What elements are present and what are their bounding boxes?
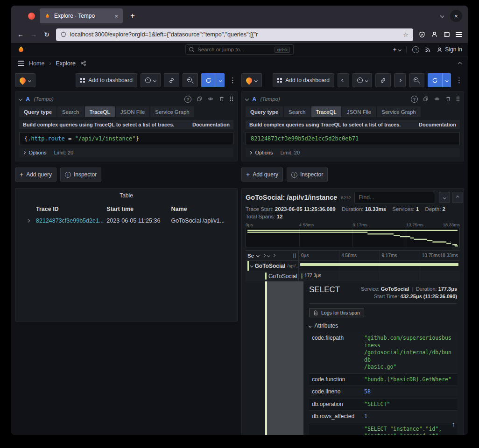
forward-icon[interactable]: → xyxy=(30,31,37,38)
drag-handle-icon[interactable] xyxy=(456,96,460,102)
move-right-button[interactable] xyxy=(394,73,406,87)
span-bar[interactable] xyxy=(301,273,303,279)
scroll-to-top-button[interactable]: ↑ xyxy=(452,420,456,428)
tab-close-icon[interactable]: × xyxy=(114,13,118,20)
run-interval-caret[interactable] xyxy=(216,73,225,87)
col-trace-id[interactable]: Trace ID xyxy=(36,206,106,212)
datasource-picker[interactable] xyxy=(241,73,262,87)
next-match-button[interactable] xyxy=(439,192,450,203)
add-to-dashboard-button[interactable]: Add to dashboard xyxy=(273,73,334,87)
prev-match-button[interactable] xyxy=(452,192,463,203)
pane-kebab-icon[interactable]: ⋮ xyxy=(454,76,464,84)
collapse-all-icon[interactable] xyxy=(267,254,270,257)
shield-icon[interactable] xyxy=(61,32,66,37)
traceql-editor[interactable]: {.http.route = "/api/v1/instance"} xyxy=(19,132,233,145)
new-tab-button[interactable]: + xyxy=(127,11,138,21)
options-row[interactable]: Options Limit: 20 xyxy=(246,148,460,157)
reload-icon[interactable]: ↻ xyxy=(43,31,50,38)
zoom-out-button[interactable] xyxy=(409,73,424,87)
inspector-button[interactable]: i Inspector xyxy=(287,168,328,182)
search-input[interactable] xyxy=(197,46,272,53)
col-name[interactable]: Name xyxy=(171,206,232,212)
query-help-icon[interactable]: ? xyxy=(184,96,191,103)
account-icon[interactable] xyxy=(431,31,438,38)
news-rss-icon[interactable] xyxy=(425,47,431,53)
collapse-section-icon[interactable] xyxy=(458,60,461,67)
hide-response-eye-icon[interactable] xyxy=(434,96,440,102)
tab-service-graph[interactable]: Service Graph xyxy=(150,106,194,117)
profile-icon[interactable] xyxy=(28,13,35,20)
query-help-icon[interactable]: ? xyxy=(411,96,418,103)
find-input[interactable] xyxy=(354,192,435,203)
new-menu-button[interactable]: + xyxy=(393,46,401,53)
time-range-button[interactable] xyxy=(141,73,161,87)
copy-icon[interactable] xyxy=(197,96,202,102)
query-ref-id[interactable]: A xyxy=(26,96,30,103)
grafana-logo[interactable] xyxy=(17,45,25,54)
sidebar-icon[interactable] xyxy=(444,31,450,38)
tab-json-file[interactable]: JSON File xyxy=(116,106,149,117)
options-row[interactable]: Options Limit: 20 xyxy=(19,148,233,157)
datasource-picker[interactable] xyxy=(15,73,35,87)
shield-badge-icon[interactable] xyxy=(419,31,425,38)
chevron-down-icon[interactable] xyxy=(256,254,259,257)
tab-traceql[interactable]: TraceQL xyxy=(311,106,341,117)
list-tabs-icon[interactable] xyxy=(440,14,444,18)
add-query-button[interactable]: + Add query xyxy=(15,168,56,182)
back-icon[interactable]: ← xyxy=(17,31,24,38)
expand-all-icon[interactable] xyxy=(272,254,275,257)
mega-menu-icon[interactable] xyxy=(18,60,24,67)
global-search[interactable]: ctrl+k xyxy=(185,44,294,55)
column-resize-handle[interactable]: || xyxy=(293,253,296,258)
span-row-root[interactable]: GoToSocial /api/... xyxy=(246,261,460,271)
run-query-icon[interactable] xyxy=(428,73,442,87)
trace-minimap[interactable] xyxy=(246,228,460,247)
span-bar[interactable] xyxy=(300,263,458,266)
add-to-dashboard-button[interactable]: Add to dashboard xyxy=(76,73,137,87)
breadcrumb-home[interactable]: Home xyxy=(29,60,44,67)
browser-tab[interactable]: Explore - Tempo × xyxy=(40,8,123,23)
trash-icon[interactable] xyxy=(445,96,451,102)
move-left-button[interactable] xyxy=(338,73,349,87)
time-range-button[interactable] xyxy=(352,73,373,87)
run-query-button[interactable] xyxy=(201,73,225,87)
bookmark-star-icon[interactable]: ☆ xyxy=(403,31,409,38)
zoom-out-button[interactable] xyxy=(183,73,198,87)
col-start-time[interactable]: Start time xyxy=(106,206,171,212)
logs-for-span-button[interactable]: Logs for this span xyxy=(309,308,364,317)
drag-handle-icon[interactable] xyxy=(230,96,233,102)
collapse-span-icon[interactable] xyxy=(250,264,253,267)
share-icon[interactable] xyxy=(80,60,86,66)
add-query-button[interactable]: + Add query xyxy=(241,168,283,182)
table-row[interactable]: 82124873cf3e99b5d2e1... 2023-06-05 11:25… xyxy=(20,215,232,227)
tab-search[interactable]: Search xyxy=(284,106,310,117)
sync-timeranges-button[interactable] xyxy=(375,73,391,87)
tab-traceql[interactable]: TraceQL xyxy=(85,106,115,117)
url-bar[interactable]: localhost:3000/explore?orgId=1&left={"da… xyxy=(56,28,413,41)
browser-menu-icon[interactable] xyxy=(456,31,462,38)
sync-timeranges-button[interactable] xyxy=(164,73,179,87)
run-interval-caret[interactable] xyxy=(442,73,451,87)
documentation-link[interactable]: Documentation xyxy=(192,122,230,127)
collapse-query-icon[interactable] xyxy=(19,97,22,101)
window-close-button[interactable]: × xyxy=(450,10,462,22)
tab-json-file[interactable]: JSON File xyxy=(342,106,376,117)
run-query-icon[interactable] xyxy=(201,73,216,87)
help-icon[interactable]: ? xyxy=(412,46,419,53)
service-operation-header[interactable]: Se || xyxy=(246,251,299,260)
tab-service-graph[interactable]: Service Graph xyxy=(377,106,421,117)
hide-response-eye-icon[interactable] xyxy=(207,96,214,102)
run-query-button[interactable] xyxy=(428,73,451,87)
collapse-query-icon[interactable] xyxy=(245,97,249,101)
expand-one-icon[interactable] xyxy=(262,254,265,257)
documentation-link[interactable]: Documentation xyxy=(419,122,456,127)
attributes-toggle[interactable]: Attributes xyxy=(309,322,457,329)
tab-search[interactable]: Search xyxy=(57,106,84,117)
trash-icon[interactable] xyxy=(219,96,225,102)
trace-id-link[interactable]: 82124873cf3e99b5d2e1... xyxy=(36,217,106,224)
traceql-editor[interactable]: 82124873cf3e99b5d2e1cc5d2bc0eb71 xyxy=(246,132,460,145)
span-row-child[interactable]: GoToSocial 177.3μs xyxy=(246,271,460,281)
expand-row-icon[interactable] xyxy=(20,220,36,222)
inspector-button[interactable]: i Inspector xyxy=(60,168,101,182)
breadcrumb-current[interactable]: Explore xyxy=(56,60,76,67)
